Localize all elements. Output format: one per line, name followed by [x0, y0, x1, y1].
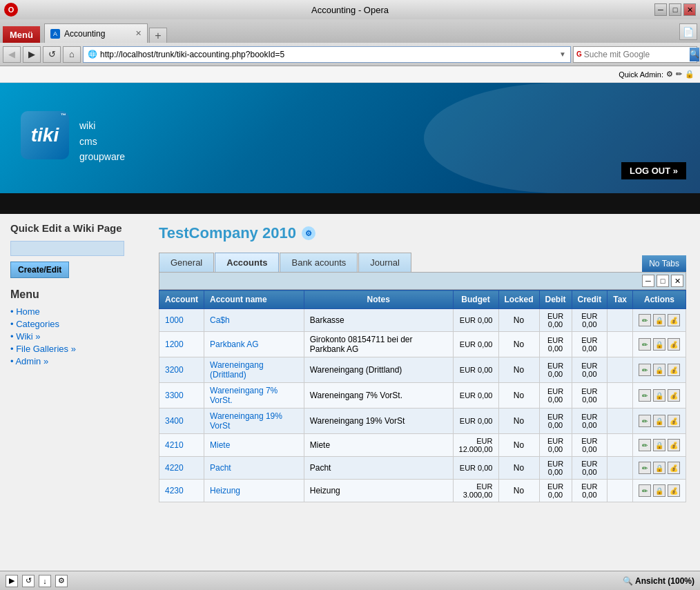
- tiki-tm-text: ™: [61, 112, 66, 119]
- sidebar-item-file-galleries[interactable]: • File Galleries »: [10, 344, 135, 354]
- back-button[interactable]: ◀: [3, 46, 21, 63]
- tab-accounts[interactable]: Accounts: [215, 253, 279, 272]
- minimize-button[interactable]: ─: [654, 3, 667, 16]
- account-name-link[interactable]: Ca$h: [210, 315, 230, 325]
- opera-menu-button[interactable]: Menü: [3, 26, 40, 43]
- coin-icon[interactable]: 💰: [668, 415, 680, 427]
- coin-icon[interactable]: 💰: [668, 389, 680, 402]
- tab-close-icon[interactable]: ✕: [135, 29, 142, 38]
- account-link[interactable]: 1000: [165, 315, 184, 325]
- edit-icon[interactable]: ✏: [639, 314, 651, 326]
- account-name-link[interactable]: Heizung: [210, 486, 240, 495]
- page-title-settings-icon[interactable]: ⚙: [302, 226, 315, 240]
- sidebar-link-admin[interactable]: • Admin »: [10, 356, 48, 366]
- account-name-link[interactable]: Pacht: [210, 463, 231, 473]
- lock-icon[interactable]: 🔒: [653, 484, 665, 497]
- table-row: 3300 Wareneingang 7% VorSt. Wareneingang…: [159, 383, 686, 409]
- account-link[interactable]: 1200: [165, 340, 184, 349]
- url-bar[interactable]: 🌐 http://localhost/trunk/tiki-accounting…: [83, 46, 571, 63]
- table-expand-button[interactable]: □: [657, 275, 669, 287]
- cell-tax: [607, 383, 633, 409]
- logout-button[interactable]: LOG OUT »: [621, 162, 686, 179]
- lock-icon[interactable]: 🔒: [653, 415, 665, 427]
- sidebar-link-file-galleries[interactable]: • File Galleries »: [10, 344, 76, 354]
- edit-icon[interactable]: ✏: [639, 484, 651, 497]
- cell-account-name: Ca$h: [204, 309, 304, 332]
- quick-admin-icon1[interactable]: ⚙: [666, 70, 673, 79]
- lock-icon[interactable]: 🔒: [653, 389, 665, 402]
- account-name-link[interactable]: Parkbank AG: [210, 340, 259, 349]
- lock-icon[interactable]: 🔒: [653, 314, 665, 326]
- page-menu-button[interactable]: 📄: [679, 23, 697, 40]
- coin-icon[interactable]: 💰: [668, 462, 680, 474]
- account-name-link[interactable]: Wareneingang (Drittland): [210, 360, 264, 380]
- quick-admin-icon3[interactable]: 🔒: [685, 70, 694, 79]
- account-name-link[interactable]: Wareneingang 19% VorSt: [210, 411, 282, 431]
- action-icons: ✏ 🔒 💰: [639, 314, 680, 326]
- edit-icon[interactable]: ✏: [639, 338, 651, 351]
- sidebar-link-home[interactable]: • Home: [10, 306, 40, 317]
- action-icons: ✏ 🔒 💰: [639, 415, 680, 427]
- maximize-button[interactable]: □: [669, 3, 681, 16]
- tab-bank-accounts[interactable]: Bank acounts: [280, 253, 358, 272]
- lock-icon[interactable]: 🔒: [653, 364, 665, 376]
- forward-button[interactable]: ▶: [23, 46, 41, 63]
- account-name-link[interactable]: Wareneingang 7% VorSt.: [210, 386, 278, 405]
- account-link[interactable]: 4220: [165, 463, 184, 473]
- cell-credit: EUR0,00: [572, 434, 607, 457]
- close-button[interactable]: ✕: [683, 3, 696, 16]
- edit-icon[interactable]: ✏: [639, 439, 651, 451]
- title-bar: O Accounting - Opera ─ □ ✕: [0, 0, 700, 19]
- account-link[interactable]: 4210: [165, 440, 184, 450]
- tab-general[interactable]: General: [159, 253, 214, 272]
- coin-icon[interactable]: 💰: [668, 484, 680, 497]
- coin-icon[interactable]: 💰: [668, 314, 680, 326]
- table-close-button[interactable]: ✕: [671, 275, 683, 287]
- coin-icon[interactable]: 💰: [668, 364, 680, 376]
- cell-budget: EUR 0,00: [453, 332, 498, 357]
- account-link[interactable]: 3200: [165, 365, 184, 375]
- cell-locked: No: [498, 383, 539, 409]
- account-link[interactable]: 3400: [165, 416, 184, 426]
- sidebar-item-home[interactable]: • Home: [10, 306, 135, 317]
- account-name-link[interactable]: Miete: [210, 440, 230, 450]
- no-tabs-button[interactable]: No Tabs: [642, 255, 686, 272]
- cell-tax: [607, 434, 633, 457]
- cell-account: 3300: [159, 383, 204, 409]
- search-submit-button[interactable]: 🔍: [690, 48, 699, 61]
- edit-icon[interactable]: ✏: [639, 462, 651, 474]
- lock-icon[interactable]: 🔒: [653, 338, 665, 351]
- search-input[interactable]: [584, 50, 688, 59]
- account-link[interactable]: 3300: [165, 391, 184, 400]
- edit-icon[interactable]: ✏: [639, 415, 651, 427]
- edit-icon[interactable]: ✏: [639, 364, 651, 376]
- account-link[interactable]: 4230: [165, 486, 184, 495]
- sidebar-link-wiki[interactable]: • Wiki »: [10, 331, 41, 342]
- lock-icon[interactable]: 🔒: [653, 462, 665, 474]
- bottom-download-button[interactable]: ↓: [39, 575, 51, 587]
- bottom-reload-button[interactable]: ↺: [22, 575, 35, 587]
- sidebar-link-categories[interactable]: • Categories: [10, 319, 59, 329]
- browser-tab-accounting[interactable]: A Accounting ✕: [44, 23, 148, 43]
- bottom-gear-button[interactable]: ⚙: [55, 575, 68, 587]
- cell-debit: EUR0,00: [539, 383, 572, 409]
- quick-admin-icon2[interactable]: ✏: [676, 70, 682, 79]
- table-collapse-button[interactable]: ─: [642, 275, 654, 287]
- reload-button[interactable]: ↺: [43, 46, 61, 63]
- tab-journal[interactable]: Journal: [358, 253, 411, 272]
- sidebar-item-admin[interactable]: • Admin »: [10, 356, 135, 366]
- sidebar-item-wiki[interactable]: • Wiki »: [10, 331, 135, 342]
- home-button[interactable]: ⌂: [63, 46, 81, 63]
- url-dropdown-icon[interactable]: ▼: [559, 50, 566, 58]
- create-edit-button[interactable]: Create/Edit: [10, 262, 69, 278]
- sidebar-search-input[interactable]: [10, 241, 124, 256]
- bottom-play-button[interactable]: ▶: [6, 575, 18, 587]
- coin-icon[interactable]: 💰: [668, 439, 680, 451]
- new-tab-button[interactable]: +: [149, 28, 167, 43]
- coin-icon[interactable]: 💰: [668, 338, 680, 351]
- sidebar-item-categories[interactable]: • Categories: [10, 319, 135, 329]
- cell-locked: No: [498, 480, 539, 502]
- edit-icon[interactable]: ✏: [639, 389, 651, 402]
- main-content: Quick Edit a Wiki Page Create/Edit Menu …: [0, 214, 700, 571]
- lock-icon[interactable]: 🔒: [653, 439, 665, 451]
